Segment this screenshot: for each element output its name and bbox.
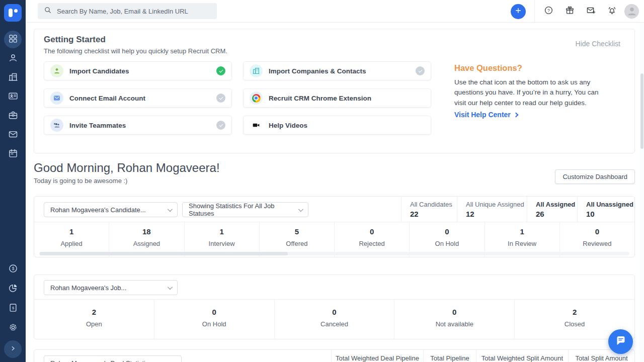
calendar-icon [8, 148, 18, 160]
hide-checklist-link[interactable]: Hide Checklist [576, 40, 620, 48]
stat-label: All Candidates [410, 201, 457, 208]
checklist-item-invite-teammates[interactable]: Invite Teammates [44, 116, 232, 135]
checklist-item-label: Invite Teammates [69, 122, 126, 129]
check-done-icon [216, 66, 225, 75]
checklist-item-import-candidates[interactable]: Import Candidates [44, 61, 232, 80]
dollar-coin-icon: $ [8, 263, 18, 276]
help-icon: ? [544, 6, 553, 17]
video-camera-icon [250, 119, 263, 132]
chevron-down-icon [168, 207, 173, 212]
sidebar-item-dashboard[interactable] [4, 31, 22, 48]
candidate-statistics-panel: Rohan Mogaveera's Candidate... Showing S… [34, 196, 635, 257]
stage-count: 1 [485, 227, 559, 236]
checklist-item-label: Help Videos [269, 122, 307, 129]
customize-dashboard-button[interactable]: Customize Dashboard [555, 169, 635, 184]
checklist-item-help-videos[interactable]: Help Videos [243, 116, 431, 135]
recruit-crm-logo[interactable] [4, 4, 22, 22]
job-stat-canceled[interactable]: 0 Canceled [275, 300, 395, 339]
stat-label: Open [34, 320, 154, 328]
stat-label: On Hold [154, 320, 274, 328]
stat-value: 2 [515, 308, 634, 316]
checklist-item-label: Connect Email Account [69, 95, 145, 102]
candidate-stats-jobstatus-dropdown[interactable]: Showing Statistics For All Job Statuses [182, 202, 308, 217]
search-icon [44, 6, 52, 16]
topbar-divider [534, 0, 535, 23]
sidebar-item-companies[interactable] [4, 69, 22, 86]
chevron-right-icon [8, 343, 18, 355]
dropdown-value: Rohan Mogaveera's Candidate... [50, 206, 146, 214]
help-button[interactable]: ? [538, 0, 559, 23]
have-questions-body: Use the chat icon at the bottom to ask u… [454, 77, 611, 108]
create-new-button[interactable] [511, 4, 526, 19]
scrollbar-thumb[interactable] [40, 252, 288, 255]
job-stat-on-hold[interactable]: 0 On Hold [154, 300, 275, 339]
stat-value: 2 [34, 308, 154, 316]
sidebar-item-candidates[interactable] [4, 50, 22, 67]
check-pending-icon [216, 121, 225, 130]
avatar-person-icon [626, 5, 637, 18]
stat-label: All Unassigned [586, 201, 634, 208]
have-questions-title: Have Questions? [454, 63, 522, 73]
page-scrollbar-thumb[interactable] [640, 73, 643, 149]
deal-header-weighted-pipeline: Total Weighted Deal Pipeline [331, 350, 423, 362]
rewards-button[interactable] [559, 0, 580, 23]
person-icon [50, 64, 63, 77]
sidebar-item-settings[interactable] [4, 319, 22, 337]
email-compose-button[interactable] [580, 0, 601, 23]
svg-text:$: $ [12, 305, 14, 310]
deal-stats-owner-dropdown[interactable]: Rohan Mogaveera's Deal Statistics [44, 355, 182, 362]
getting-started-subtitle: The following checklist will help you qu… [44, 47, 227, 55]
global-search[interactable] [38, 3, 217, 19]
stat-all-unassigned: All Unassigned 10 [577, 197, 634, 222]
user-avatar[interactable] [624, 4, 639, 19]
svg-text:$: $ [12, 266, 14, 271]
stage-label: Interview [185, 240, 259, 247]
sidebar-item-jobs[interactable] [4, 107, 22, 125]
greeting-subtitle: Today is going to be awesome :) [34, 177, 127, 185]
search-input[interactable] [57, 8, 211, 15]
getting-started-panel: Getting Started The following checklist … [34, 29, 635, 153]
stage-label: Applied [34, 240, 109, 247]
greeting-title: Good Morning, Rohan Mogaveera! [34, 161, 220, 175]
stage-label: Offered [260, 240, 334, 247]
check-pending-icon [216, 94, 225, 103]
job-stats-row: 2 Open 0 On Hold 0 Canceled 0 Not availa… [34, 300, 634, 339]
checklist-item-import-companies[interactable]: Import Companies & Contacts [243, 61, 431, 80]
job-stat-not-available[interactable]: 0 Not available [394, 300, 515, 339]
notifications-button[interactable] [601, 0, 622, 23]
sidebar-item-calendar[interactable] [4, 145, 22, 163]
plus-icon [514, 7, 522, 17]
svg-text:?: ? [547, 8, 550, 13]
sidebar-item-reports[interactable] [4, 280, 22, 298]
stat-label: Closed [515, 320, 634, 328]
sidebar-item-contacts[interactable] [4, 88, 22, 106]
visit-help-center-link[interactable]: Visit Help Center [454, 111, 518, 119]
topbar-actions: ? [511, 0, 639, 23]
dropdown-value: Rohan Mogaveera's Job... [50, 284, 126, 292]
checklist-item-chrome-extension[interactable]: Recruit CRM Chrome Extension [243, 88, 431, 108]
deal-statistics-panel: Rohan Mogaveera's Deal Statistics Total … [34, 349, 635, 362]
candidate-stats-owner-dropdown[interactable]: Rohan Mogaveera's Candidate... [44, 202, 178, 217]
visit-help-center-label: Visit Help Center [454, 111, 511, 119]
stat-label: All Assigned [536, 201, 577, 208]
chat-widget-button[interactable] [608, 329, 633, 354]
stat-value: 12 [466, 210, 527, 218]
job-stats-owner-dropdown[interactable]: Rohan Mogaveera's Job... [44, 280, 178, 295]
page-scrollbar [639, 23, 644, 362]
gift-icon [565, 6, 575, 17]
stat-value: 10 [586, 210, 634, 218]
sidebar-item-email[interactable] [4, 126, 22, 144]
checklist-item-connect-email[interactable]: Connect Email Account [44, 88, 232, 108]
buildings-icon [250, 64, 263, 77]
sidebar-item-invoices[interactable]: $ [4, 300, 22, 317]
job-stat-open[interactable]: 2 Open [34, 300, 154, 339]
stat-value: 22 [410, 210, 457, 218]
sidebar-expand-button[interactable] [4, 340, 22, 358]
dropdown-value: Rohan Mogaveera's Deal Statistics [50, 359, 152, 362]
stat-value: 26 [536, 210, 577, 218]
bell-icon [607, 6, 617, 17]
checklist-item-label: Recruit CRM Chrome Extension [269, 95, 371, 102]
sidebar-item-deals[interactable]: $ [4, 260, 22, 278]
mail-plus-icon [586, 6, 596, 17]
stat-all-assigned: All Assigned 26 [527, 197, 577, 222]
